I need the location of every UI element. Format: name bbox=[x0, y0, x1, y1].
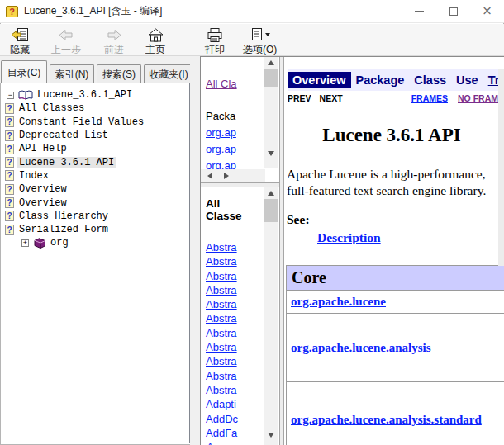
class-list: Abstra Abstra Abstra Abstra Abstra Abstr… bbox=[206, 240, 264, 445]
scroll-down-arrow[interactable] bbox=[268, 151, 274, 156]
main-frame: Overview Package Class Use Tree PREV NEX… bbox=[284, 57, 504, 445]
expand-icon[interactable]: + bbox=[21, 239, 29, 247]
tree-item[interactable]: ?Overview bbox=[5, 182, 188, 196]
window-titlebar: ? Lucene_3.6.1_API [含玉 - 编译] × bbox=[0, 0, 504, 23]
tree-item-label: Serialized Form bbox=[17, 224, 110, 235]
class-link[interactable]: AddDc bbox=[206, 412, 264, 426]
class-link[interactable]: AddFa bbox=[206, 426, 264, 440]
tree-item-label: All Classes bbox=[17, 102, 86, 114]
topic-icon: ? bbox=[5, 170, 14, 181]
back-icon bbox=[58, 26, 74, 43]
scroll-thumb[interactable] bbox=[264, 69, 278, 87]
tree-item-label: Constant Field Values bbox=[17, 116, 145, 128]
scroll-left-arrow[interactable] bbox=[207, 173, 212, 179]
tree-item[interactable]: ?API Help bbox=[5, 142, 188, 155]
home-label: 主页 bbox=[145, 43, 165, 57]
topic-icon: ? bbox=[5, 157, 14, 168]
topic-icon: ? bbox=[5, 116, 14, 127]
tree-item[interactable]: ?Deprecated List bbox=[5, 129, 188, 142]
topic-icon: ? bbox=[5, 197, 14, 208]
options-button[interactable]: 选项(O) bbox=[240, 26, 280, 57]
package-list-frame: All Cla Packa org.ap org.ap org.ap bbox=[201, 57, 279, 182]
navbar-item-use[interactable]: Use bbox=[451, 72, 483, 88]
tree-item-label: Deprecated List bbox=[17, 130, 110, 141]
scroll-thumb[interactable] bbox=[264, 199, 278, 222]
package-row-link[interactable]: org.apache.lucene.analysis.standard bbox=[291, 413, 482, 427]
class-link[interactable]: Abstra bbox=[206, 383, 264, 397]
navbar-item-tree[interactable]: Tree bbox=[483, 72, 498, 88]
class-link[interactable]: Abstra bbox=[206, 340, 264, 354]
tab-search[interactable]: 搜索(S) bbox=[97, 64, 141, 83]
hide-icon bbox=[11, 26, 29, 43]
print-label: 打印 bbox=[205, 43, 225, 57]
tab-index[interactable]: 索引(N) bbox=[50, 64, 94, 83]
maximize-button[interactable] bbox=[436, 0, 470, 22]
class-link[interactable]: Abstra bbox=[206, 354, 264, 368]
home-button[interactable]: 主页 bbox=[137, 26, 174, 57]
close-button[interactable]: × bbox=[470, 0, 504, 22]
tree-item-label: Class Hierarchy bbox=[17, 211, 110, 222]
forward-button[interactable]: 前进 bbox=[96, 26, 132, 57]
scroll-right-arrow[interactable] bbox=[224, 173, 229, 179]
pane-splitter[interactable] bbox=[190, 56, 200, 445]
noframes-link[interactable]: NO FRAM bbox=[458, 93, 498, 105]
print-button[interactable]: 打印 bbox=[197, 26, 233, 57]
tree-item[interactable]: ?All Classes bbox=[5, 102, 188, 115]
minimize-button[interactable] bbox=[402, 0, 436, 22]
see-label: See: bbox=[287, 212, 310, 227]
all-classes-frame: All Classe Abstra Abstra Abstra Abstra A… bbox=[201, 187, 279, 445]
package-link[interactable]: org.ap bbox=[206, 126, 264, 139]
tree-item[interactable]: ?Serialized Form bbox=[5, 223, 188, 236]
main-scrollbar-track[interactable] bbox=[498, 69, 504, 266]
tree-root-item[interactable]: − Lucene_3.6.1_API bbox=[5, 88, 188, 102]
package-row-link[interactable]: org.apache.lucene.analysis bbox=[291, 341, 431, 355]
tree-item[interactable]: ?Class Hierarchy bbox=[5, 210, 188, 223]
class-link[interactable]: Abstra bbox=[206, 297, 264, 311]
app-icon: ? bbox=[6, 6, 18, 17]
core-table: Core org.apache.lucene org.apache.lucene… bbox=[286, 265, 504, 445]
navbar-item-package[interactable]: Package bbox=[351, 72, 410, 88]
all-classes-link[interactable]: All Cla bbox=[206, 78, 264, 90]
tree-item[interactable]: ?Index bbox=[5, 169, 188, 182]
tree-item-selected[interactable]: ?Lucene 3.6.1 API bbox=[5, 155, 188, 168]
class-link[interactable]: Abstra bbox=[206, 311, 264, 325]
scroll-up-arrow[interactable] bbox=[268, 191, 274, 196]
back-button[interactable]: 上一步 bbox=[48, 26, 84, 57]
package-link[interactable]: org.ap bbox=[206, 143, 264, 155]
javadoc-navbar: Overview Package Class Use Tree bbox=[288, 69, 498, 91]
frames-link[interactable]: FRAMES bbox=[411, 93, 448, 105]
horizontal-scrollbar[interactable] bbox=[201, 169, 265, 182]
tree-item-org[interactable]: + org bbox=[5, 236, 188, 249]
class-link[interactable]: Abstra bbox=[206, 326, 264, 340]
package-row: org.apache.lucene.analysis.standard bbox=[287, 382, 504, 445]
tree-item[interactable]: ?Overview bbox=[5, 196, 188, 209]
navbar-item-class[interactable]: Class bbox=[409, 72, 451, 88]
scroll-down-arrow[interactable] bbox=[268, 433, 274, 438]
description-link[interactable]: Description bbox=[317, 230, 381, 245]
topic-pane: All Cla Packa org.ap org.ap org.ap All C… bbox=[200, 56, 504, 445]
tab-contents[interactable]: 目录(C) bbox=[1, 60, 47, 83]
class-link[interactable]: Adapti bbox=[206, 397, 264, 411]
tab-favorites[interactable]: 收藏夹(I) bbox=[144, 64, 193, 83]
core-table-header: Core bbox=[287, 266, 504, 291]
class-link[interactable]: Abstra bbox=[206, 269, 264, 283]
scroll-up-arrow[interactable] bbox=[268, 60, 274, 65]
collapse-icon[interactable]: − bbox=[7, 92, 14, 99]
class-link[interactable]: Abstra bbox=[206, 369, 264, 383]
class-link[interactable]: Abstra bbox=[206, 283, 264, 297]
topic-icon: ? bbox=[5, 225, 14, 235]
vertical-scrollbar[interactable] bbox=[264, 57, 278, 168]
class-link-interface[interactable]: Aggre bbox=[206, 440, 264, 445]
class-link[interactable]: Abstra bbox=[206, 254, 264, 268]
package-row-link[interactable]: org.apache.lucene bbox=[291, 295, 386, 309]
options-icon bbox=[250, 26, 270, 43]
class-link[interactable]: Abstra bbox=[206, 240, 264, 254]
print-icon bbox=[206, 26, 224, 43]
package-row: org.apache.lucene.analysis bbox=[287, 314, 504, 382]
tree-item[interactable]: ?Constant Field Values bbox=[5, 116, 188, 129]
vertical-scrollbar[interactable] bbox=[264, 187, 278, 445]
navbar-item-overview[interactable]: Overview bbox=[288, 72, 351, 88]
tree-item-label: API Help bbox=[17, 143, 69, 154]
hide-button[interactable]: 隐藏 bbox=[2, 26, 38, 57]
help-viewer-window: ? Lucene_3.6.1_API [含玉 - 编译] × 隐藏 上一步 前进 bbox=[0, 0, 504, 445]
